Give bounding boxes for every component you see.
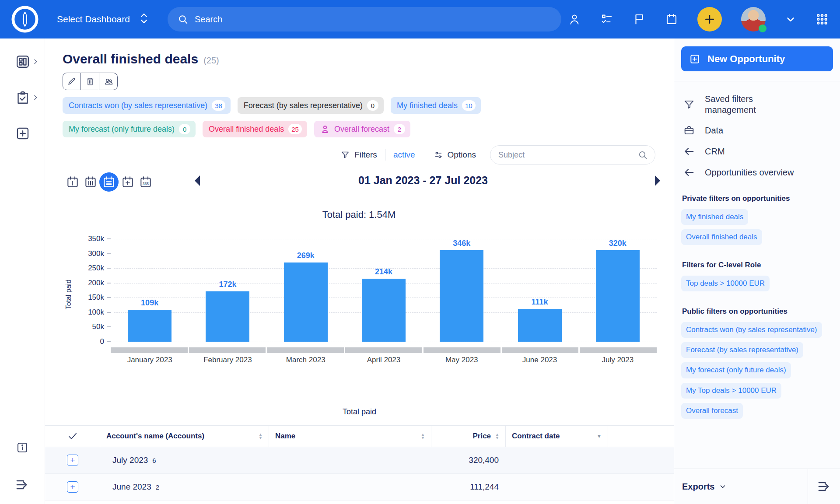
filter-chip[interactable]: Overall finished deals 25: [203, 121, 307, 137]
exports-dropdown[interactable]: Exports: [674, 469, 808, 504]
bar[interactable]: [596, 250, 640, 342]
select-all-header[interactable]: [45, 426, 100, 447]
filter-chip[interactable]: Forecast (by sales representative) 0: [238, 97, 384, 114]
menu-saved-filters-management[interactable]: Saved filters management: [681, 89, 833, 120]
options-button[interactable]: Options: [434, 150, 476, 160]
saved-filter-link[interactable]: My Top deals > 10000 EUR: [681, 383, 781, 399]
expand-group-button[interactable]: +: [67, 455, 78, 466]
record-count: (25): [203, 56, 219, 66]
saved-filter-link[interactable]: Overall forecast: [681, 403, 743, 419]
collapse-panel-button[interactable]: [808, 469, 840, 504]
x-axis-label: April 2023: [345, 356, 423, 364]
scrollbar-segment[interactable]: [345, 347, 422, 353]
column-header-price[interactable]: Price ▲▼: [431, 426, 506, 447]
subject-input[interactable]: [498, 150, 637, 160]
bar-value-label: 214k: [375, 267, 392, 276]
scrollbar-segment[interactable]: [267, 347, 344, 353]
section-heading: Public filters on opportunities: [682, 307, 833, 316]
bar[interactable]: [128, 310, 172, 342]
group-label: July 2023: [112, 455, 148, 465]
chart-scrollbar[interactable]: [111, 347, 657, 353]
period-year-icon[interactable]: 365: [136, 173, 154, 191]
bar-column: 172k: [189, 239, 266, 342]
next-period-button[interactable]: [654, 175, 661, 186]
period-day-icon[interactable]: [63, 173, 81, 191]
filter-chip[interactable]: Contracts won (by sales representative) …: [63, 97, 231, 114]
app-logo-icon[interactable]: [11, 6, 38, 33]
bar[interactable]: [440, 250, 483, 342]
bar[interactable]: [518, 309, 562, 342]
y-tick-label: 0: [100, 337, 111, 346]
filter-chip[interactable]: My finished deals 10: [391, 97, 481, 114]
chip-count-badge: 0: [367, 100, 378, 111]
deals-table: Account's name (Accounts) ▲▼ Name ▲▼ Pri…: [45, 425, 674, 500]
global-search[interactable]: [168, 7, 561, 32]
table-row[interactable]: + July 2023 6 320,400: [45, 447, 674, 474]
scrollbar-segment[interactable]: [502, 347, 579, 353]
filter-chip[interactable]: Overall forecast 2: [314, 121, 410, 137]
expand-right-icon: [816, 479, 832, 494]
expand-group-button[interactable]: +: [67, 481, 78, 493]
saved-filter-link[interactable]: Overall finished deals: [681, 229, 762, 245]
edit-button[interactable]: [63, 73, 81, 90]
add-new-button[interactable]: [697, 7, 722, 32]
column-header-contract-date[interactable]: Contract date ▼: [506, 426, 608, 447]
bar[interactable]: [206, 291, 249, 342]
user-avatar[interactable]: [741, 7, 766, 32]
bar[interactable]: [284, 262, 328, 342]
saved-filter-link[interactable]: Top deals > 10000 EUR: [681, 276, 770, 291]
menu-data[interactable]: Data: [681, 120, 833, 141]
scrollbar-segment[interactable]: [424, 347, 500, 353]
scrollbar-segment[interactable]: [189, 347, 266, 353]
calendar-icon[interactable]: [665, 13, 678, 26]
filters-button[interactable]: Filters: [340, 150, 377, 160]
search-icon: [177, 14, 189, 25]
column-header-name[interactable]: Name ▲▼: [269, 426, 431, 447]
sidebar-item-create[interactable]: [0, 122, 45, 145]
new-opportunity-button[interactable]: New Opportunity: [681, 46, 833, 71]
expand-sidebar-button[interactable]: [0, 467, 45, 504]
saved-filter-link[interactable]: Contracts won (by sales representative): [681, 322, 822, 338]
user-icon[interactable]: [568, 13, 581, 26]
info-button[interactable]: [0, 441, 45, 455]
saved-filter-link[interactable]: My forecast (only future deals): [681, 362, 791, 378]
table-row[interactable]: + June 2023 2 111,244: [45, 474, 674, 500]
y-tick-label: 250k: [88, 264, 111, 273]
account-chevron-down-icon[interactable]: [785, 14, 796, 25]
x-axis-label: February 2023: [189, 356, 266, 364]
y-tick-label: 150k: [88, 293, 111, 302]
flag-icon[interactable]: [633, 13, 646, 26]
dashboard-selector[interactable]: Select Dashboard: [57, 12, 148, 27]
saved-filter-link[interactable]: My finished deals: [681, 209, 748, 225]
subject-search[interactable]: [490, 145, 655, 164]
period-week-icon[interactable]: [81, 173, 99, 191]
saved-filter-link[interactable]: Forecast (by sales representative): [681, 342, 803, 358]
apps-grid-icon[interactable]: [816, 13, 829, 26]
people-icon: [103, 76, 114, 87]
checkmark-icon: [67, 430, 78, 442]
period-month-icon[interactable]: [99, 172, 119, 192]
y-tick-label: 350k: [88, 234, 111, 243]
scrollbar-segment[interactable]: [111, 347, 188, 353]
tasks-icon[interactable]: [600, 13, 613, 26]
menu-opportunities-overview-back[interactable]: Opportunities overview: [681, 162, 833, 183]
sidebar-item-projects[interactable]: [0, 86, 45, 109]
group-count: 6: [152, 457, 156, 464]
scrollbar-segment[interactable]: [580, 347, 657, 353]
group-count: 2: [156, 483, 159, 491]
sidebar-item-dashboards[interactable]: [0, 50, 45, 74]
bar-value-label: 111k: [532, 298, 548, 307]
delete-button[interactable]: [81, 73, 99, 90]
chip-count-badge: 10: [462, 100, 476, 111]
bar[interactable]: [362, 279, 406, 342]
search-input[interactable]: [195, 14, 552, 24]
chip-count-badge: 0: [179, 124, 190, 134]
menu-crm-back[interactable]: CRM: [681, 141, 833, 162]
column-header-account[interactable]: Account's name (Accounts) ▲▼: [100, 426, 269, 447]
period-quarter-icon[interactable]: [119, 173, 136, 191]
filter-chip[interactable]: My forecast (only future deals) 0: [63, 121, 196, 137]
active-filters-link[interactable]: active: [393, 150, 415, 160]
previous-period-button[interactable]: [194, 175, 201, 186]
share-button[interactable]: [99, 73, 118, 90]
sidebar-bottom: [0, 441, 45, 504]
